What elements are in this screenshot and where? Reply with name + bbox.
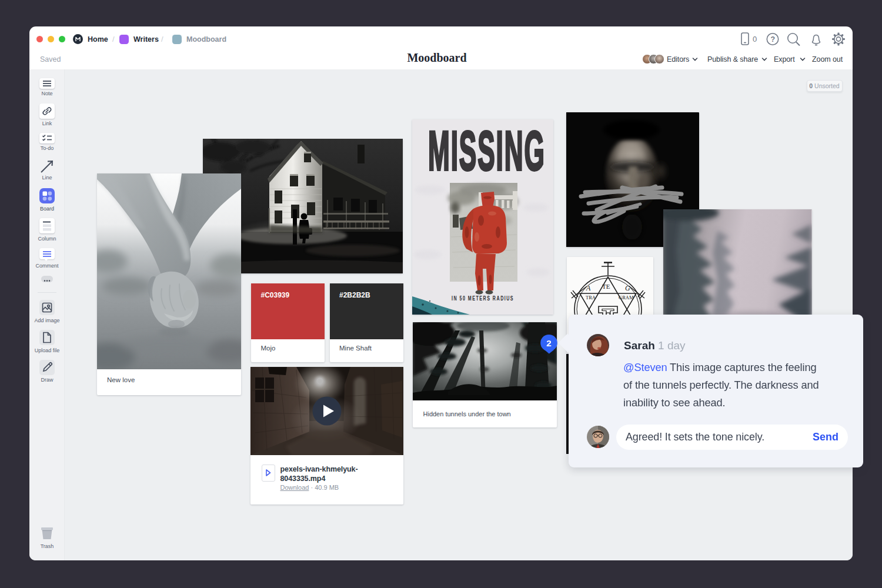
svg-text:?: ?	[771, 35, 776, 44]
svg-text:TRA: TRA	[586, 295, 596, 300]
svg-text:0: 0	[753, 35, 757, 44]
svg-text:2: 2	[546, 338, 552, 348]
svg-text:G: G	[625, 284, 630, 292]
svg-text:A: A	[586, 284, 591, 292]
svg-text:TE: TE	[602, 283, 610, 290]
svg-text:MISSING: MISSING	[428, 121, 546, 182]
svg-text:GRAM: GRAM	[619, 295, 634, 300]
svg-text:IN 50 METERS RADIUS: IN 50 METERS RADIUS	[452, 294, 514, 302]
